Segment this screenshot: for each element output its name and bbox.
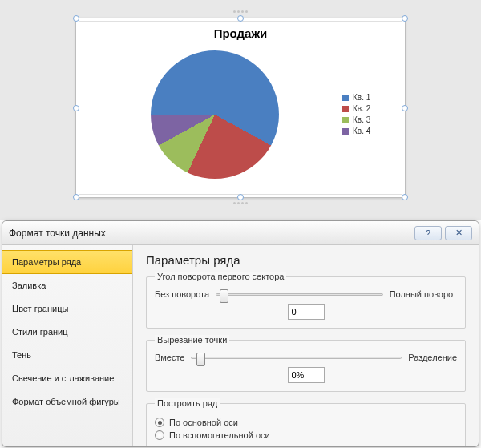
- legend-swatch-icon: [342, 117, 349, 123]
- sidebar-item[interactable]: Цвет границы: [2, 297, 132, 321]
- explosion-value-input[interactable]: [288, 367, 325, 383]
- resize-handle-se[interactable]: [402, 194, 408, 200]
- panel-heading: Параметры ряда: [146, 253, 466, 267]
- legend-label: Кв. 2: [353, 104, 370, 113]
- explosion-max-label: Разделение: [408, 353, 457, 362]
- explosion-slider-thumb[interactable]: [196, 353, 205, 366]
- group-explosion: Вырезание точки Вместе Разделение: [146, 335, 466, 392]
- resize-handle-nw[interactable]: [73, 15, 79, 22]
- explosion-slider[interactable]: [191, 357, 402, 359]
- radio-primary-axis-label: По основной оси: [169, 418, 238, 427]
- legend-item[interactable]: Кв. 1: [342, 93, 394, 102]
- legend-item[interactable]: Кв. 2: [342, 104, 394, 113]
- angle-slider[interactable]: [216, 293, 383, 296]
- help-button[interactable]: ?: [414, 226, 442, 240]
- sidebar-item[interactable]: Свечение и сглаживание: [2, 367, 132, 390]
- legend-item[interactable]: Кв. 3: [342, 115, 394, 124]
- sidebar-item[interactable]: Заливка: [2, 274, 132, 297]
- sidebar-item[interactable]: Тень: [2, 344, 132, 367]
- group-angle-legend: Угол поворота первого сектора: [155, 272, 286, 281]
- dialog-panel: Параметры ряда Угол поворота первого сек…: [133, 245, 479, 446]
- resize-handle-e[interactable]: [402, 105, 408, 111]
- legend-swatch-icon: [342, 95, 349, 101]
- resize-handle-sw[interactable]: [73, 194, 79, 200]
- sidebar-item[interactable]: Параметры ряда: [2, 250, 132, 274]
- resize-handle-ne[interactable]: [402, 15, 408, 22]
- radio-secondary-axis-label: По вспомогательной оси: [169, 430, 270, 440]
- frame-grip-bottom[interactable]: [228, 202, 253, 205]
- resize-handle-s[interactable]: [237, 194, 244, 200]
- angle-slider-thumb[interactable]: [220, 289, 228, 303]
- explosion-min-label: Вместе: [155, 353, 184, 362]
- angle-value-input[interactable]: [288, 304, 325, 320]
- radio-secondary-axis[interactable]: [155, 430, 164, 440]
- chart-frame[interactable]: Продажи Кв. 1Кв. 2Кв. 3Кв. 4: [75, 18, 406, 198]
- resize-handle-n[interactable]: [237, 15, 244, 22]
- format-data-point-dialog: Формат точки данных ? ✕ Параметры рядаЗа…: [2, 220, 479, 447]
- angle-min-label: Без поворота: [155, 289, 209, 299]
- sidebar-item[interactable]: Стили границ: [2, 321, 132, 344]
- legend-label: Кв. 1: [353, 93, 370, 102]
- legend-swatch-icon: [342, 106, 349, 112]
- angle-max-label: Полный поворот: [390, 289, 457, 299]
- dialog-sidebar: Параметры рядаЗаливкаЦвет границыСтили г…: [2, 245, 133, 446]
- group-angle: Угол поворота первого сектора Без поворо…: [146, 272, 466, 329]
- group-plot-on: Построить ряд По основной оси По вспомог…: [146, 398, 466, 446]
- close-button[interactable]: ✕: [445, 226, 472, 240]
- dialog-titlebar[interactable]: Формат точки данных ? ✕: [2, 221, 479, 245]
- pie-chart[interactable]: [151, 50, 279, 179]
- dialog-title: Формат точки данных: [9, 228, 411, 239]
- resize-handle-w[interactable]: [73, 105, 79, 111]
- chart-title[interactable]: Продажи: [76, 18, 405, 40]
- legend-label: Кв. 4: [353, 127, 370, 135]
- sidebar-item[interactable]: Формат объемной фигуры: [2, 390, 132, 414]
- legend-label: Кв. 3: [353, 115, 370, 124]
- group-explosion-legend: Вырезание точки: [155, 335, 229, 345]
- chart-legend[interactable]: Кв. 1Кв. 2Кв. 3Кв. 4: [342, 91, 394, 138]
- group-plot-on-legend: Построить ряд: [155, 398, 220, 408]
- legend-swatch-icon: [342, 128, 349, 135]
- frame-grip-top[interactable]: [228, 10, 253, 14]
- legend-item[interactable]: Кв. 4: [342, 127, 394, 135]
- radio-primary-axis[interactable]: [155, 418, 164, 427]
